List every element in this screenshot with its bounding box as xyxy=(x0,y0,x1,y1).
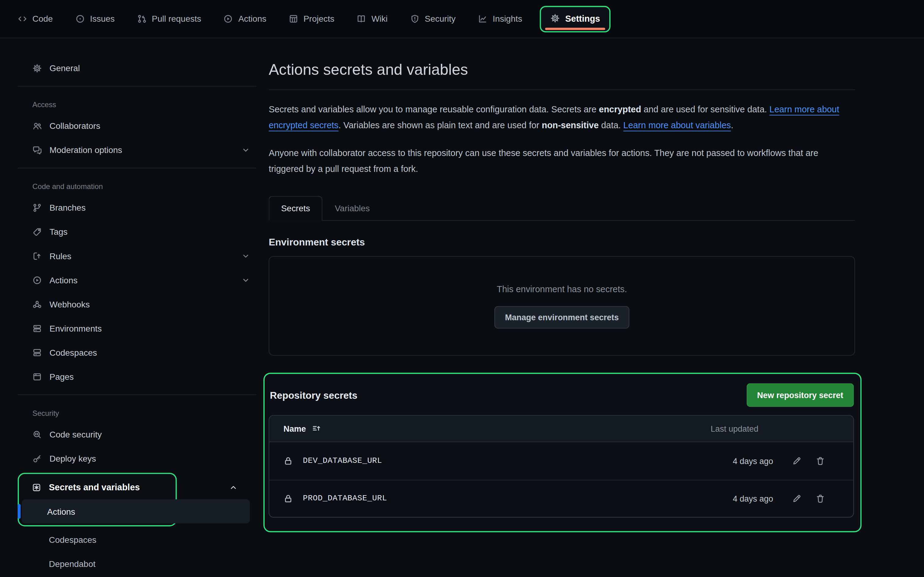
key-icon xyxy=(32,454,42,463)
sidebar-item-pages[interactable]: Pages xyxy=(18,364,256,388)
sidebar-item-collaborators[interactable]: Collaborators xyxy=(18,114,256,138)
sidebar-item-tags[interactable]: Tags xyxy=(18,219,256,243)
sidebar-section-header-code-and-automation: Code and automation xyxy=(18,174,256,195)
sidebar-item-moderation-options[interactable]: Moderation options xyxy=(18,138,256,162)
sidebar-item-label: Environments xyxy=(50,324,250,333)
table-body: DEV_DATABASE_URL4 days agoPROD_DATABASE_… xyxy=(269,442,853,517)
repo-tab-pull-requests[interactable]: Pull requests xyxy=(137,14,201,24)
sidebar-item-label: Tags xyxy=(50,227,250,236)
active-tab-underline xyxy=(545,28,605,30)
environment-empty-message: This environment has no secrets. xyxy=(497,284,627,294)
settings-tab-highlight-box[interactable]: Settings xyxy=(540,5,611,32)
repo-tab-insights[interactable]: Insights xyxy=(478,14,522,24)
git-branch-icon xyxy=(32,203,42,212)
repo-tab-issues[interactable]: Issues xyxy=(75,14,115,24)
tab-label-projects: Projects xyxy=(304,14,334,24)
delete-secret-button[interactable] xyxy=(816,494,825,503)
tab-label-insights: Insights xyxy=(493,14,522,24)
sidebar-subitem-label: Actions xyxy=(47,507,75,516)
intro-paragraph-1: Secrets and variables allow you to manag… xyxy=(268,102,855,134)
edit-secret-button[interactable] xyxy=(792,456,801,466)
link-learn-more-about-variables[interactable]: Learn more about variables xyxy=(624,120,731,131)
edit-secret-button[interactable] xyxy=(792,494,801,503)
sidebar-item-label: Secrets and variables xyxy=(49,482,140,492)
body-text: data. xyxy=(599,120,623,131)
repo-tab-nav: CodeIssuesPull requestsActionsProjectsWi… xyxy=(0,0,924,38)
repo-tab-projects[interactable]: Projects xyxy=(289,14,334,24)
sidebar-item-deploy-keys[interactable]: Deploy keys xyxy=(18,446,256,471)
play-icon xyxy=(224,14,233,24)
secret-row-actions: 4 days ago xyxy=(711,456,839,466)
codescan-icon xyxy=(32,430,42,439)
repo-tab-security[interactable]: Security xyxy=(410,14,456,24)
secret-row-actions: 4 days ago xyxy=(711,494,839,503)
body-text: Secrets and variables allow you to manag… xyxy=(268,104,599,114)
tab-label-issues: Issues xyxy=(90,14,115,24)
sidebar-item-label: Rules xyxy=(50,251,233,261)
play-icon xyxy=(32,276,42,285)
repository-secrets-header-row: Repository secrets New repository secret xyxy=(268,384,854,407)
new-repository-secret-button[interactable]: New repository secret xyxy=(746,384,854,407)
intro-paragraph-2: Anyone with collaborator access to this … xyxy=(268,145,855,177)
sidebar-item-codespaces[interactable]: Codespaces xyxy=(18,340,256,364)
tab-label-settings: Settings xyxy=(565,13,600,23)
title-divider xyxy=(268,89,855,90)
tab-variables[interactable]: Variables xyxy=(322,196,382,221)
sidebar-item-rules[interactable]: Rules xyxy=(18,243,256,268)
sidebar-item-webhooks[interactable]: Webhooks xyxy=(18,292,256,316)
settings-sidebar: GeneralAccessCollaboratorsModeration opt… xyxy=(0,38,268,576)
secret-name: DEV_DATABASE_URL xyxy=(303,456,382,465)
body-text: Anyone with collaborator access to this … xyxy=(268,147,818,173)
sidebar-subitem-codespaces[interactable]: Codespaces xyxy=(18,527,256,552)
manage-environment-secrets-button[interactable]: Manage environment secrets xyxy=(494,306,630,328)
sidebar-item-label: Pages xyxy=(50,372,250,381)
sidebar-subitem-label: Dependabot xyxy=(49,559,95,569)
tab-secrets[interactable]: Secrets xyxy=(268,196,322,221)
tab-label-code: Code xyxy=(32,14,53,24)
repository-secrets-table: Name Last updated DEV_DATABASE_URL4 days… xyxy=(268,415,854,518)
repository-secrets-highlight-box: Repository secrets New repository secret… xyxy=(263,373,861,532)
chevron-down-icon[interactable] xyxy=(241,251,250,261)
sidebar-item-actions[interactable]: Actions xyxy=(18,268,256,292)
repo-tab-wiki[interactable]: Wiki xyxy=(357,14,388,24)
shield-icon xyxy=(410,14,420,24)
secret-last-updated: 4 days ago xyxy=(711,456,773,466)
tab-label-security: Security xyxy=(425,14,456,24)
repo-tab-actions[interactable]: Actions xyxy=(224,14,267,24)
secrets-and-variables-highlight-box: Secrets and variablesActions xyxy=(18,473,177,527)
repo-tab-code[interactable]: Code xyxy=(18,14,53,24)
bold-text: encrypted xyxy=(599,104,641,114)
sidebar-item-label: Webhooks xyxy=(50,300,250,309)
browser-icon xyxy=(32,372,42,381)
book-icon xyxy=(357,14,367,24)
sidebar-section-divider xyxy=(18,86,256,87)
chevron-down-icon[interactable] xyxy=(241,145,250,155)
chevron-down-icon[interactable] xyxy=(241,276,250,285)
project-icon xyxy=(289,14,298,24)
sidebar-item-environments[interactable]: Environments xyxy=(18,316,256,340)
sidebar-item-label: Actions xyxy=(50,276,233,285)
webhook-icon xyxy=(32,300,42,309)
sort-ascending-icon[interactable] xyxy=(312,424,321,434)
sidebar-item-branches[interactable]: Branches xyxy=(18,195,256,219)
sidebar-item-label: Moderation options xyxy=(50,145,233,155)
sidebar-item-secrets-and-variables[interactable]: Secrets and variables xyxy=(19,475,244,499)
tab-label-pull-requests: Pull requests xyxy=(152,14,201,24)
sidebar-section-divider xyxy=(18,395,256,395)
chevron-up-icon[interactable] xyxy=(229,482,238,492)
sidebar-subitem-actions[interactable]: Actions xyxy=(22,499,250,523)
delete-secret-button[interactable] xyxy=(816,456,825,466)
settings-layout: GeneralAccessCollaboratorsModeration opt… xyxy=(0,38,924,576)
sidebar-subitem-dependabot[interactable]: Dependabot xyxy=(18,552,256,576)
code-icon xyxy=(18,14,27,24)
sidebar-item-label: Deploy keys xyxy=(50,454,250,463)
sidebar-item-code-security[interactable]: Code security xyxy=(18,422,256,446)
environment-secrets-panel: This environment has no secrets. Manage … xyxy=(268,256,855,356)
gear-icon xyxy=(551,13,560,23)
environment-secrets-heading: Environment secrets xyxy=(268,237,855,248)
page-title: Actions secrets and variables xyxy=(268,61,855,79)
body-text: . xyxy=(731,120,733,131)
sidebar-item-general[interactable]: General xyxy=(18,56,256,80)
graph-icon xyxy=(478,14,487,24)
secrets-variables-tabs: SecretsVariables xyxy=(268,196,855,221)
